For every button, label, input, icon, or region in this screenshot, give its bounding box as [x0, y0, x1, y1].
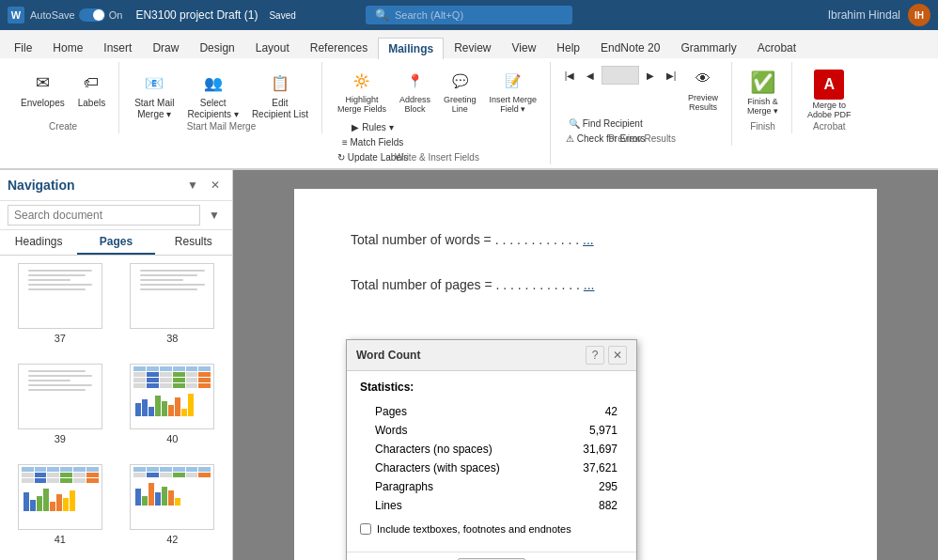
- address-block-label: AddressBlock: [399, 96, 430, 115]
- insert-merge-field-icon: 📝: [500, 68, 526, 94]
- page-thumb-img-41: [18, 464, 102, 530]
- pages-value: 42: [562, 403, 621, 420]
- preview-last-button[interactable]: ▶|: [662, 69, 680, 83]
- dialog-footer: Close: [347, 552, 636, 560]
- page-40-num: 40: [166, 433, 178, 444]
- ribbon: File Home Insert Draw Design Layout Refe…: [0, 30, 938, 170]
- page-thumb-img-40: [130, 364, 214, 429]
- tab-endnote[interactable]: EndNote 20: [590, 37, 670, 58]
- dialog-title: Word Count: [356, 349, 420, 362]
- page-thumb-41[interactable]: 41: [8, 464, 113, 557]
- tab-help[interactable]: Help: [546, 37, 590, 58]
- tab-draw[interactable]: Draw: [142, 37, 189, 58]
- start-mail-merge-group-label: Start Mail Merge: [121, 121, 321, 132]
- select-recipients-button[interactable]: 👥 SelectRecipients ▾: [181, 66, 243, 124]
- title-bar-left: W AutoSave On EN3100 project Draft (1) S…: [8, 7, 366, 23]
- tab-references[interactable]: References: [300, 37, 378, 58]
- title-bar-right: Ibrahim Hindal IH: [572, 4, 930, 26]
- dialog-help-button[interactable]: ?: [586, 346, 604, 365]
- nav-options-button[interactable]: ▼: [183, 176, 202, 194]
- labels-button[interactable]: 🏷 Labels: [72, 66, 111, 112]
- dialog-close-x-button[interactable]: ✕: [608, 346, 627, 365]
- word-logo: W: [8, 7, 24, 23]
- dialog-title-bar: Word Count ? ✕: [347, 340, 636, 371]
- page-thumb-37[interactable]: 37: [8, 263, 113, 356]
- rules-button[interactable]: ▶ Rules ▾: [334, 120, 412, 134]
- chars-with-spaces-value: 37,621: [562, 459, 621, 476]
- preview-first-button[interactable]: |◀: [560, 69, 579, 83]
- tab-layout[interactable]: Layout: [245, 37, 300, 58]
- preview-group-label: Preview Results: [553, 133, 731, 144]
- search-icon: 🔍: [375, 8, 389, 22]
- find-recipient-label: 🔍 Find Recipient: [569, 118, 643, 129]
- tab-mailings[interactable]: Mailings: [378, 38, 444, 59]
- nav-close-button[interactable]: ✕: [206, 176, 225, 194]
- paragraphs-value: 295: [562, 478, 621, 495]
- preview-next-button[interactable]: ▶: [641, 69, 660, 83]
- pages-label: Pages: [362, 403, 560, 420]
- nav-tab-headings[interactable]: Headings: [0, 230, 77, 255]
- rules-label: ▶ Rules ▾: [352, 122, 393, 132]
- greeting-line-button[interactable]: 💬 GreetingLine: [438, 64, 482, 118]
- nav-tab-pages[interactable]: Pages: [77, 230, 154, 255]
- search-bar[interactable]: 🔍 Search (Alt+Q): [366, 6, 572, 24]
- finish-merge-button[interactable]: ✅ Finish &Merge ▾: [742, 66, 784, 120]
- tab-home[interactable]: Home: [42, 37, 93, 58]
- envelopes-button[interactable]: ✉ Envelopes: [15, 66, 70, 112]
- lines-label: Lines: [362, 497, 560, 514]
- select-recipients-label: SelectRecipients ▾: [187, 98, 238, 120]
- preview-results-button[interactable]: 👁 PreviewResults: [682, 62, 724, 117]
- merge-adobe-pdf-button[interactable]: A Merge toAdobe PDF: [802, 66, 857, 124]
- edit-recipient-list-button[interactable]: 📋 EditRecipient List: [246, 66, 314, 124]
- words-label: Words: [362, 422, 560, 439]
- include-textboxes-checkbox[interactable]: [360, 523, 371, 535]
- autosave-toggle[interactable]: [79, 8, 105, 22]
- search-placeholder: Search (Alt+Q): [395, 9, 463, 21]
- document-area: Total number of words = . . . . . . . . …: [233, 170, 938, 560]
- page-42-num: 42: [166, 534, 178, 545]
- nav-tab-results[interactable]: Results: [155, 230, 232, 255]
- tab-acrobat[interactable]: Acrobat: [747, 37, 806, 58]
- nav-search-dropdown[interactable]: ▼: [204, 205, 225, 226]
- dialog-overlay: Word Count ? ✕ Statistics: Pages 42: [233, 170, 938, 560]
- tab-view[interactable]: View: [502, 37, 547, 58]
- stats-row-words: Words 5,971: [362, 422, 621, 439]
- nav-search-input[interactable]: [8, 205, 200, 226]
- start-mail-merge-label: Start MailMerge ▾: [134, 98, 174, 120]
- tab-grammarly[interactable]: Grammarly: [670, 37, 746, 58]
- word-count-dialog: Word Count ? ✕ Statistics: Pages 42: [346, 339, 637, 560]
- page-thumb-38[interactable]: 38: [120, 263, 226, 356]
- insert-merge-field-button[interactable]: 📝 Insert MergeField ▾: [484, 64, 543, 118]
- tab-design[interactable]: Design: [189, 37, 244, 58]
- nav-controls: ▼ ✕: [183, 176, 225, 194]
- ribbon-group-start-mail-merge: 📧 Start MailMerge ▾ 👥 SelectRecipients ▾…: [121, 62, 322, 133]
- statistics-label: Statistics:: [360, 381, 623, 394]
- tab-insert[interactable]: Insert: [93, 37, 142, 58]
- page-thumb-40[interactable]: 40: [120, 364, 226, 457]
- find-recipient-button[interactable]: 🔍 Find Recipient: [562, 117, 649, 131]
- match-fields-button[interactable]: ≡ Match Fields: [334, 135, 412, 149]
- labels-icon: 🏷: [78, 70, 104, 96]
- address-block-icon: 📍: [401, 68, 428, 94]
- edit-recipient-list-label: EditRecipient List: [252, 98, 308, 120]
- start-mail-merge-button[interactable]: 📧 Start MailMerge ▾: [129, 66, 180, 124]
- page-thumb-39[interactable]: 39: [8, 364, 113, 457]
- edit-recipient-list-icon: 📋: [267, 70, 293, 96]
- preview-prev-button[interactable]: ◀: [581, 69, 600, 83]
- dialog-body: Statistics: Pages 42 Words 5,971 Charact…: [347, 371, 636, 552]
- preview-nav: |◀ ◀ ▶ ▶|: [560, 62, 680, 88]
- ribbon-group-create: ✉ Envelopes 🏷 Labels Create: [8, 62, 119, 133]
- envelopes-label: Envelopes: [21, 98, 65, 108]
- ribbon-group-write-insert: 🔆 HighlightMerge Fields 📍 AddressBlock 💬…: [324, 62, 551, 164]
- preview-buttons-row: |◀ ◀ ▶ ▶| 👁 PreviewResults: [560, 62, 724, 117]
- address-block-button[interactable]: 📍 AddressBlock: [394, 64, 436, 118]
- avatar[interactable]: IH: [908, 4, 930, 26]
- tab-review[interactable]: Review: [444, 37, 501, 58]
- highlight-merge-fields-button[interactable]: 🔆 HighlightMerge Fields: [332, 64, 392, 118]
- ribbon-group-preview: |◀ ◀ ▶ ▶| 👁 PreviewResults 🔍 Find Recipi…: [553, 62, 732, 146]
- stats-row-paragraphs: Paragraphs 295: [362, 478, 621, 495]
- tab-file[interactable]: File: [4, 37, 42, 58]
- page-39-num: 39: [55, 433, 66, 444]
- labels-label: Labels: [78, 98, 105, 108]
- page-thumb-42[interactable]: 42: [120, 464, 226, 557]
